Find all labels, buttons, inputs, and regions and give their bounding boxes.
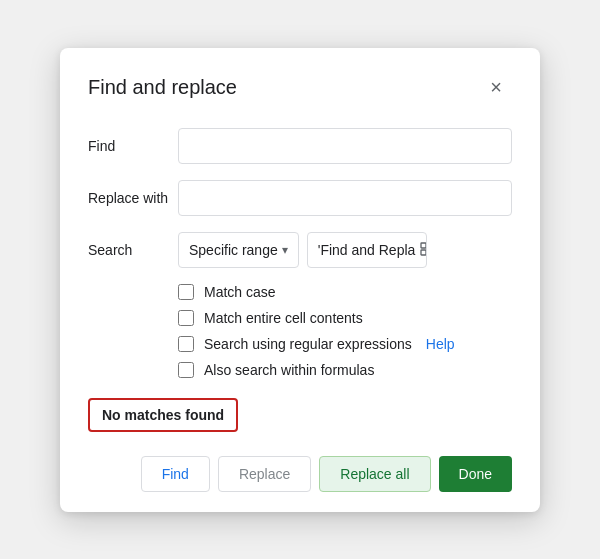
formulas-row[interactable]: Also search within formulas [178, 362, 512, 378]
done-button[interactable]: Done [439, 456, 512, 492]
match-entire-row[interactable]: Match entire cell contents [178, 310, 512, 326]
regex-checkbox[interactable] [178, 336, 194, 352]
range-text: 'Find and Repla [318, 242, 416, 258]
regex-row[interactable]: Search using regular expressions Help [178, 336, 512, 352]
match-case-label: Match case [204, 284, 276, 300]
help-link[interactable]: Help [426, 336, 455, 352]
grid-icon [419, 241, 426, 259]
search-dropdown[interactable]: Specific range ▾ [178, 232, 299, 268]
close-button[interactable]: × [480, 72, 512, 104]
find-button[interactable]: Find [141, 456, 210, 492]
find-input[interactable] [178, 128, 512, 164]
range-button[interactable]: 'Find and Repla [307, 232, 427, 268]
formulas-label: Also search within formulas [204, 362, 374, 378]
no-matches-text: No matches found [102, 407, 224, 423]
replace-row: Replace with [88, 180, 512, 216]
svg-rect-0 [421, 243, 426, 248]
search-controls: Specific range ▾ 'Find and Repla [178, 232, 427, 268]
match-case-checkbox[interactable] [178, 284, 194, 300]
replace-input[interactable] [178, 180, 512, 216]
formulas-checkbox[interactable] [178, 362, 194, 378]
dropdown-arrow-icon: ▾ [282, 243, 288, 257]
find-label: Find [88, 138, 178, 154]
no-matches-box: No matches found [88, 398, 238, 432]
find-replace-dialog: Find and replace × Find Replace with Sea… [60, 48, 540, 512]
dialog-title: Find and replace [88, 76, 237, 99]
replace-all-button[interactable]: Replace all [319, 456, 430, 492]
replace-button[interactable]: Replace [218, 456, 311, 492]
find-row: Find [88, 128, 512, 164]
replace-label: Replace with [88, 190, 178, 206]
regex-label: Search using regular expressions [204, 336, 412, 352]
dialog-header: Find and replace × [88, 72, 512, 104]
match-case-row[interactable]: Match case [178, 284, 512, 300]
checkboxes-section: Match case Match entire cell contents Se… [178, 284, 512, 378]
search-row: Search Specific range ▾ 'Find and Repla [88, 232, 512, 268]
match-entire-label: Match entire cell contents [204, 310, 363, 326]
match-entire-checkbox[interactable] [178, 310, 194, 326]
dialog-footer: Find Replace Replace all Done [88, 456, 512, 492]
search-dropdown-label: Specific range [189, 242, 278, 258]
svg-rect-2 [421, 250, 426, 255]
search-label: Search [88, 242, 178, 258]
